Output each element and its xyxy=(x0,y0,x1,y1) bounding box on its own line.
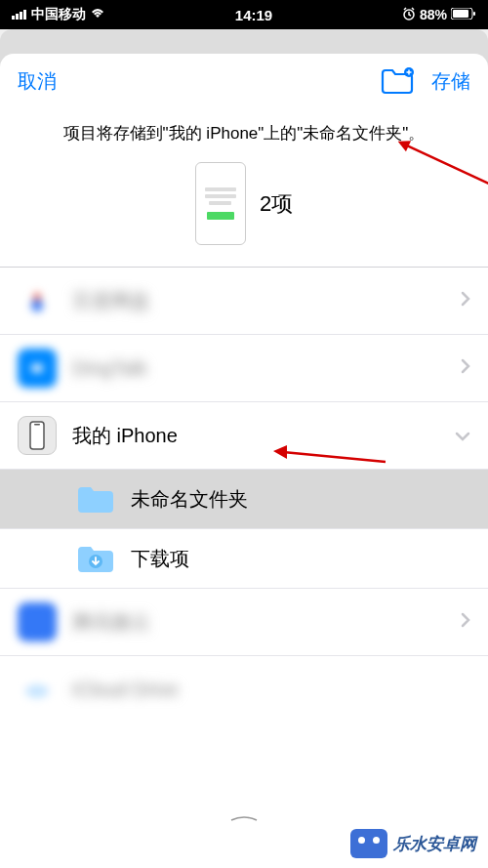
save-sheet: 取消 存储 项目将存储到"我的 iPhone"上的"未命名文件夹"。 2项 百度… xyxy=(0,54,488,868)
items-count: 2项 xyxy=(260,189,293,219)
watermark-text: 乐水安卓网 xyxy=(393,833,476,855)
location-label: 腾讯微云 xyxy=(72,609,445,636)
location-label: iCloud Drive xyxy=(72,679,470,701)
items-preview: 2项 xyxy=(0,154,488,267)
watermark: 乐水安卓网 xyxy=(350,829,476,858)
location-label: 百度网盘 xyxy=(72,288,445,314)
status-bar: 中国移动 14:19 88% xyxy=(0,0,488,29)
chevron-right-icon xyxy=(461,612,470,633)
location-label: 我的 iPhone xyxy=(72,423,439,449)
app-icon xyxy=(18,602,57,641)
svg-rect-7 xyxy=(473,12,475,16)
preview-thumbnail xyxy=(195,162,246,245)
location-item-downloads[interactable]: 下载项 xyxy=(0,529,488,589)
svg-rect-10 xyxy=(30,422,44,449)
svg-rect-6 xyxy=(453,10,468,18)
location-label: 下载项 xyxy=(131,546,470,572)
folder-icon xyxy=(76,543,115,574)
signal-icon xyxy=(12,7,27,22)
app-icon xyxy=(18,281,57,320)
svg-rect-1 xyxy=(16,14,19,20)
battery-icon xyxy=(451,7,476,22)
battery-percent: 88% xyxy=(420,7,447,22)
location-item-unnamed-folder[interactable]: 未命名文件夹 xyxy=(0,470,488,529)
cancel-button[interactable]: 取消 xyxy=(18,68,57,95)
save-button[interactable]: 存储 xyxy=(431,68,470,95)
sheet-header: 取消 存储 xyxy=(0,54,488,103)
app-icon xyxy=(18,349,57,388)
svg-rect-3 xyxy=(23,10,26,20)
cloud-icon xyxy=(18,670,57,709)
location-item-app3[interactable]: 腾讯微云 xyxy=(0,589,488,656)
status-left: 中国移动 xyxy=(12,6,105,23)
svg-rect-11 xyxy=(34,424,40,426)
iphone-icon xyxy=(18,416,57,455)
location-item-app2[interactable]: DingTalk xyxy=(0,335,488,402)
status-right: 88% xyxy=(402,7,476,23)
header-actions: 存储 xyxy=(381,67,470,95)
folder-icon xyxy=(76,483,115,515)
svg-rect-2 xyxy=(20,12,22,20)
location-item-cloud[interactable]: iCloud Drive xyxy=(0,656,488,723)
svg-point-13 xyxy=(25,684,49,698)
location-item-app1[interactable]: 百度网盘 xyxy=(0,268,488,335)
home-indicator xyxy=(229,814,259,819)
chevron-right-icon xyxy=(461,291,470,311)
wifi-icon xyxy=(90,7,105,22)
svg-rect-0 xyxy=(12,16,15,20)
alarm-icon xyxy=(402,7,416,23)
location-label: 未命名文件夹 xyxy=(131,486,470,513)
location-list: 百度网盘 DingTalk 我的 iPhone xyxy=(0,268,488,868)
status-time: 14:19 xyxy=(235,7,272,23)
location-item-my-iphone[interactable]: 我的 iPhone xyxy=(0,402,488,470)
save-description: 项目将存储到"我的 iPhone"上的"未命名文件夹"。 xyxy=(0,103,488,154)
carrier-label: 中国移动 xyxy=(31,6,86,23)
svg-point-9 xyxy=(31,300,43,311)
chevron-down-icon xyxy=(455,426,470,446)
location-label: DingTalk xyxy=(72,357,445,380)
new-folder-icon[interactable] xyxy=(381,67,414,95)
chevron-right-icon xyxy=(461,358,470,379)
watermark-logo-icon xyxy=(350,829,387,858)
